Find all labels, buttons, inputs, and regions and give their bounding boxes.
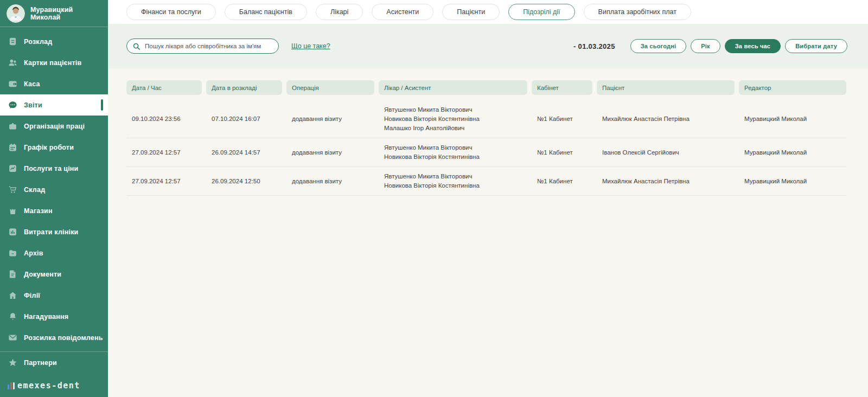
table-body: 09.10.2024 23:56 07.10.2024 16:07 додава… <box>126 100 846 196</box>
envelope-icon <box>8 333 17 343</box>
tab-salary-payments[interactable]: Виплата заробітних плат <box>584 4 691 20</box>
doctor-name: Явтушенко Микита Вікторович <box>384 172 525 181</box>
sidebar-item-message-broadcast[interactable]: Розсилка повідомлень <box>0 327 108 348</box>
sidebar-item-work-organization[interactable]: Організація праці <box>0 116 108 137</box>
date-range-text: - 01.03.2025 <box>573 42 615 50</box>
folder-icon <box>8 248 17 258</box>
tab-doctors[interactable]: Лікарі <box>316 4 363 20</box>
people-icon <box>8 58 17 68</box>
filter-all-time-button[interactable]: За весь час <box>725 39 781 53</box>
sidebar-item-reports[interactable]: Звіти <box>0 94 108 116</box>
table-section: Дата / Час Дата в розкладі Операція Ліка… <box>108 68 868 397</box>
table-row: 27.09.2024 12:57 26.09.2024 12:50 додава… <box>126 167 846 196</box>
cell-editor: Муравицкий Миколай <box>739 172 846 191</box>
cell-cabinet: №1 Кабинет <box>532 172 592 191</box>
wallet-icon <box>8 79 17 89</box>
calendar-icon <box>8 143 17 152</box>
document-icon <box>8 270 17 279</box>
filter-pick-date-button[interactable]: Вибрати дату <box>785 39 847 53</box>
cell-datetime: 27.09.2024 12:57 <box>126 172 202 191</box>
filter-year-button[interactable]: Рік <box>691 39 720 53</box>
main-area: Фінанси та послуги Баланс пацієнтів Ліка… <box>108 0 868 397</box>
column-header-schedule-date: Дата в розкладі <box>206 80 282 95</box>
sidebar-item-schedule[interactable]: Розклад <box>0 31 108 52</box>
cell-cabinet: №1 Кабинет <box>532 110 592 129</box>
search-input[interactable] <box>145 43 273 49</box>
trend-chart-icon <box>8 164 17 174</box>
sidebar-item-branches[interactable]: Філії <box>0 285 108 306</box>
sidebar-item-documents[interactable]: Документи <box>0 264 108 285</box>
star-icon <box>8 358 17 368</box>
cell-patient: Михайлюк Анастасія Петрівна <box>597 110 735 129</box>
column-header-datetime: Дата / Час <box>126 80 202 95</box>
topbar: Фінанси та послуги Баланс пацієнтів Ліка… <box>108 0 868 24</box>
sidebar: Муравицкий Миколай Розклад Картки пацієн… <box>0 0 108 397</box>
cell-datetime: 27.09.2024 12:57 <box>126 143 202 162</box>
doctor-name: Новикова Вікторія Костянтинівна <box>384 152 525 162</box>
avatar <box>7 4 25 23</box>
logo-bars-icon <box>8 382 15 390</box>
table-header-row: Дата / Час Дата в розкладі Операція Ліка… <box>126 80 846 95</box>
column-header-operation: Операція <box>286 80 374 95</box>
sidebar-item-archive[interactable]: Архів <box>0 242 108 264</box>
note-icon <box>8 37 17 47</box>
cell-schedule-date: 26.09.2024 12:50 <box>206 172 282 191</box>
bell-icon <box>8 312 17 322</box>
tab-finances-services[interactable]: Фінанси та послуги <box>126 4 216 20</box>
sidebar-item-cashdesk[interactable]: Каса <box>0 73 108 94</box>
cell-patient: Іванов Олексій Сергійович <box>597 143 735 162</box>
sidebar-item-services-prices[interactable]: Послуги та ціни <box>0 158 108 179</box>
sidebar-item-warehouse[interactable]: Склад <box>0 179 108 200</box>
column-header-doctor-assistant: Лікар / Асистент <box>379 80 527 95</box>
table-row: 09.10.2024 23:56 07.10.2024 16:07 додава… <box>126 100 846 138</box>
user-profile[interactable]: Муравицкий Миколай <box>0 0 108 27</box>
tab-patient-balance[interactable]: Баланс пацієнтів <box>225 4 307 20</box>
cell-doctors: Явтушенко Микита Вікторович Новикова Вік… <box>379 167 527 195</box>
filter-bar: Що це таке? - 01.03.2025 За сьогодні Рік… <box>108 24 868 68</box>
cell-operation: додавання візиту <box>286 110 374 129</box>
tab-assistants[interactable]: Асистенти <box>372 4 433 20</box>
cart-icon <box>8 185 17 195</box>
user-name: Муравицкий Миколай <box>30 6 101 21</box>
briefcase-icon <box>8 121 17 131</box>
cell-datetime: 09.10.2024 23:56 <box>126 110 202 129</box>
search-icon <box>132 42 141 50</box>
what-is-this-link[interactable]: Що це таке? <box>291 42 330 50</box>
bag-icon <box>8 206 17 216</box>
column-header-editor: Редактор <box>739 80 846 95</box>
sidebar-nav: Розклад Картки пацієнтів Каса Звіти Орга… <box>0 27 108 373</box>
cell-schedule-date: 26.09.2024 14:57 <box>206 143 282 162</box>
doctor-name: Новикова Вікторія Костянтинівна <box>384 181 525 190</box>
sidebar-item-patient-cards[interactable]: Картки пацієнтів <box>0 52 108 73</box>
chat-dots-icon <box>8 100 17 110</box>
sidebar-item-shop[interactable]: Магазин <box>0 200 108 221</box>
column-header-cabinet: Кабінет <box>532 80 592 95</box>
doctor-name: Малашко Ігор Анатолійович <box>384 124 525 133</box>
doctor-name: Явтушенко Микита Вікторович <box>384 105 525 114</box>
tab-patients[interactable]: Пацієнти <box>442 4 500 20</box>
cell-doctors: Явтушенко Микита Вікторович Новикова Вік… <box>379 138 527 167</box>
sidebar-item-reminders[interactable]: Нагадування <box>0 306 108 327</box>
cell-editor: Муравицкий Миколай <box>739 143 846 162</box>
column-header-patient: Пацієнт <box>597 80 735 95</box>
sidebar-item-clinic-expenses[interactable]: Витрати клініки <box>0 221 108 242</box>
cell-patient: Михайлюк Анастасія Петрівна <box>597 172 735 191</box>
home-icon <box>8 291 17 300</box>
app-root: Муравицкий Миколай Розклад Картки пацієн… <box>0 0 868 397</box>
cell-cabinet: №1 Кабинет <box>532 143 592 162</box>
bar-chart-icon <box>8 227 17 237</box>
cell-editor: Муравицкий Миколай <box>739 110 846 129</box>
app-logo: emexes-dent <box>8 381 108 390</box>
active-indicator <box>101 99 103 111</box>
filter-today-button[interactable]: За сьогодні <box>630 39 687 53</box>
cell-doctors: Явтушенко Микита Вікторович Новикова Вік… <box>379 100 527 138</box>
table-row: 27.09.2024 12:57 26.09.2024 14:57 додава… <box>126 138 846 167</box>
doctor-name: Явтушенко Микита Вікторович <box>384 143 525 152</box>
cell-operation: додавання візиту <box>286 143 374 162</box>
tab-suspicious-actions[interactable]: Підозрілі дії <box>508 4 575 20</box>
sidebar-item-partners[interactable]: Партнери <box>0 352 108 373</box>
doctor-name: Новикова Вікторія Костянтинівна <box>384 114 525 124</box>
sidebar-item-work-schedule[interactable]: Графік роботи <box>0 137 108 158</box>
cell-operation: додавання візиту <box>286 172 374 191</box>
search-box[interactable] <box>126 39 279 54</box>
